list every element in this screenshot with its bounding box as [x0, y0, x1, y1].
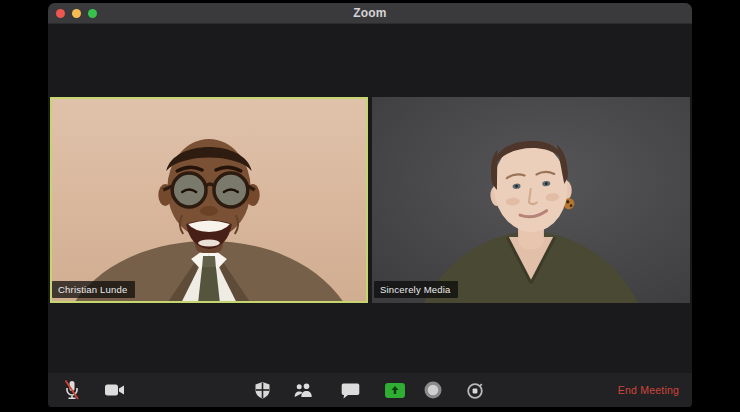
video-camera-icon [104, 382, 126, 398]
screen-background: Zoom [0, 0, 740, 412]
share-screen-icon [384, 382, 406, 399]
video-tile-sincerely-media[interactable]: Sincerely Media [372, 97, 690, 303]
chat-bubble-icon [341, 382, 360, 399]
reactions-timer-icon [465, 380, 485, 400]
share-screen-button[interactable] [381, 376, 409, 404]
participants-button[interactable] [289, 376, 317, 404]
video-tile-christian-lunde[interactable]: Christian Lunde [50, 97, 368, 303]
microphone-muted-icon [62, 379, 82, 401]
meeting-toolbar: End Meeting [48, 372, 692, 407]
participant-name-label: Sincerely Media [374, 281, 458, 299]
video-feed-sincerely-media [372, 97, 690, 303]
record-button[interactable] [419, 376, 447, 404]
fullscreen-button[interactable] [88, 9, 97, 18]
reactions-button[interactable] [461, 376, 489, 404]
window-title: Zoom [48, 6, 692, 20]
minimize-button[interactable] [72, 9, 81, 18]
zoom-window: Zoom [48, 3, 692, 407]
titlebar[interactable]: Zoom [48, 3, 692, 24]
start-video-button[interactable] [101, 376, 129, 404]
video-feed-christian-lunde [50, 97, 368, 303]
mute-button[interactable] [58, 376, 86, 404]
chat-button[interactable] [336, 376, 364, 404]
end-meeting-button[interactable]: End Meeting [616, 381, 681, 399]
record-icon [423, 380, 443, 400]
close-button[interactable] [56, 9, 65, 18]
traffic-lights [56, 3, 97, 24]
security-shield-icon [254, 381, 271, 399]
participants-icon [293, 382, 314, 398]
video-grid: Christian Lunde [50, 97, 690, 303]
security-button[interactable] [248, 376, 276, 404]
participant-name-label: Christian Lunde [52, 281, 135, 299]
